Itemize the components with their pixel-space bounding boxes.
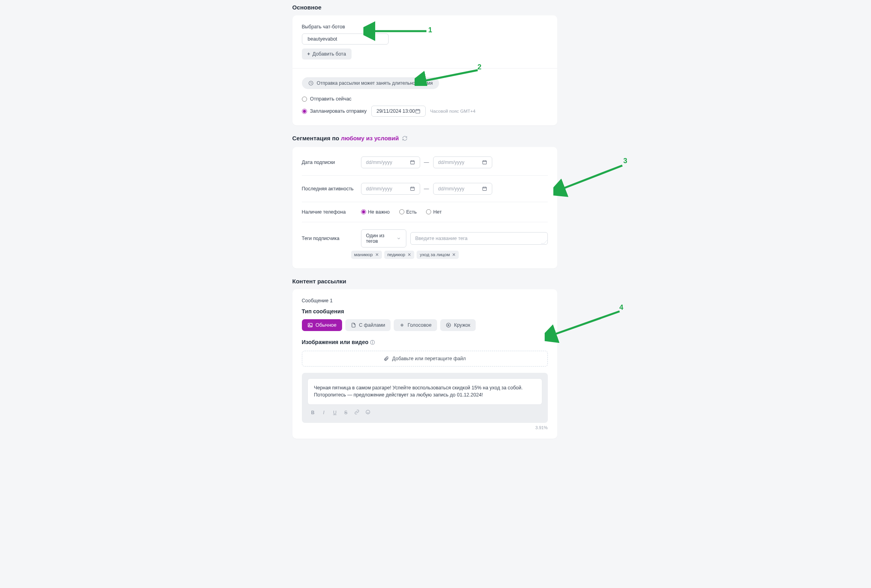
emoji-button[interactable] (365, 409, 371, 416)
timezone-note: Часовой пояс GMT+4 (430, 109, 476, 114)
refresh-icon[interactable] (402, 136, 408, 142)
seg-tags-label: Теги подписчика (302, 236, 361, 241)
type-voice-button[interactable]: Голосовое (394, 319, 437, 331)
dash: — (424, 159, 429, 165)
schedule-datetime-input[interactable]: 29/11/2024 13:00 (371, 106, 425, 117)
tag-chip[interactable]: уход за лицом✕ (417, 251, 459, 259)
message-body[interactable]: Черная пятница в самом разгаре! Успейте … (307, 378, 542, 405)
info-text: Отправка рассылки может занять длительно… (317, 80, 433, 86)
close-icon[interactable]: ✕ (408, 252, 411, 257)
tag-mode-select[interactable]: Один из тегов (361, 229, 406, 247)
phone-no-option[interactable]: Нет (426, 209, 441, 215)
phone-no-radio[interactable] (426, 209, 431, 214)
schedule-radio[interactable] (302, 109, 307, 114)
calendar-icon (410, 160, 415, 165)
svg-rect-2 (410, 161, 414, 164)
annotation-number-3: 3 (623, 157, 627, 165)
tags-list: маникюр✕ педикюр✕ уход за лицом✕ (302, 251, 548, 259)
subdate-to-input[interactable]: dd/mm/yyyy (433, 156, 492, 168)
editor-toolbar: B I U S (307, 408, 542, 417)
plus-icon: + (307, 51, 310, 57)
underline-button[interactable]: U (332, 410, 338, 415)
phone-any-radio[interactable] (361, 209, 366, 214)
info-icon[interactable]: ⓘ (370, 340, 375, 345)
seg-row-subdate: Дата подписки dd/mm/yyyy — dd/mm/yyyy (302, 149, 548, 176)
close-icon[interactable]: ✕ (375, 252, 379, 257)
media-dropzone[interactable]: Добавьте или перетащите файл (302, 351, 548, 367)
link-button[interactable] (354, 409, 360, 416)
play-circle-icon (446, 322, 451, 328)
divider (292, 68, 557, 69)
close-icon[interactable]: ✕ (452, 252, 456, 257)
segmentation-card: Дата подписки dd/mm/yyyy — dd/mm/yyyy По… (292, 147, 557, 268)
subdate-from-input[interactable]: dd/mm/yyyy (361, 156, 420, 168)
svg-rect-5 (482, 187, 486, 191)
seg-row-phone: Наличие телефона Не важно Есть Нет (302, 202, 548, 222)
clock-icon (308, 80, 314, 86)
tag-input[interactable]: Введите название тега (410, 232, 548, 245)
seg-activity-label: Последняя активность (302, 186, 361, 192)
main-card: Выбрать чат-ботов beautyevabot + Добавит… (292, 15, 557, 125)
schedule-label: Запланировать отправку (310, 108, 367, 114)
phone-yes-option[interactable]: Есть (399, 209, 417, 215)
file-icon (351, 322, 356, 328)
schedule-datetime-value: 29/11/2024 13:00 (376, 108, 415, 114)
send-now-label: Отправить сейчас (310, 96, 352, 102)
svg-rect-4 (410, 187, 414, 191)
svg-line-12 (561, 166, 622, 189)
svg-point-7 (309, 324, 310, 325)
image-icon (307, 322, 313, 328)
seg-phone-label: Наличие телефона (302, 209, 361, 215)
calendar-icon (410, 186, 415, 191)
waveform-icon (399, 322, 405, 328)
add-bot-button[interactable]: + Добавить бота (302, 48, 352, 60)
svg-rect-1 (415, 110, 420, 113)
activity-to-input[interactable]: dd/mm/yyyy (433, 183, 492, 195)
type-row: Обычное С файлами Голосовое Кружок (302, 319, 548, 331)
svg-line-13 (553, 311, 620, 335)
seg-row-tags: Теги подписчика Один из тегов Введите на… (302, 222, 548, 266)
add-bot-label: Добавить бота (313, 51, 346, 57)
calendar-icon (482, 186, 487, 191)
seg-row-activity: Последняя активность dd/mm/yyyy — dd/mm/… (302, 176, 548, 202)
schedule-option[interactable]: Запланировать отправку (302, 108, 367, 114)
section-content-title: Контент рассылки (292, 278, 557, 285)
annotation-arrow-3 (553, 162, 632, 197)
bots-label: Выбрать чат-ботов (302, 24, 548, 30)
phone-any-option[interactable]: Не важно (361, 209, 390, 215)
svg-point-8 (447, 323, 451, 327)
annotation-number-4: 4 (620, 303, 623, 312)
italic-button[interactable]: I (321, 410, 327, 415)
type-files-button[interactable]: С файлами (345, 319, 391, 331)
message-type-header: Тип сообщения (302, 308, 548, 314)
type-circle-button[interactable]: Кружок (440, 319, 476, 331)
content-card: Сообщение 1 Тип сообщения Обычное С файл… (292, 289, 557, 439)
media-header: Изображения или видео ⓘ (302, 339, 548, 346)
editor: Черная пятница в самом разгаре! Успейте … (302, 373, 548, 423)
seg-subdate-label: Дата подписки (302, 160, 361, 165)
paperclip-icon (383, 356, 389, 361)
condition-link[interactable]: любому из условий (341, 135, 399, 141)
tag-chip[interactable]: маникюр✕ (351, 251, 382, 259)
strike-button[interactable]: S (343, 410, 349, 415)
svg-point-9 (366, 410, 370, 414)
send-now-radio[interactable] (302, 97, 307, 102)
calendar-icon (482, 160, 487, 165)
calendar-icon (415, 108, 421, 114)
dash: — (424, 186, 429, 192)
bold-button[interactable]: B (310, 410, 316, 415)
chevron-down-icon (396, 236, 401, 241)
section-segmentation-title: Сегментация по любому из условий (292, 135, 557, 142)
bot-chip[interactable]: beautyevabot (302, 33, 389, 45)
message-number: Сообщение 1 (302, 298, 548, 303)
send-now-option[interactable]: Отправить сейчас (302, 96, 548, 102)
tag-chip[interactable]: педикюр✕ (384, 251, 415, 259)
char-percent: 3.91% (302, 425, 548, 430)
type-normal-button[interactable]: Обычное (302, 319, 342, 331)
section-main-title: Основное (292, 4, 557, 11)
phone-yes-radio[interactable] (399, 209, 404, 214)
info-pill: Отправка рассылки может занять длительно… (302, 77, 439, 89)
activity-from-input[interactable]: dd/mm/yyyy (361, 183, 420, 195)
svg-rect-3 (482, 161, 486, 164)
